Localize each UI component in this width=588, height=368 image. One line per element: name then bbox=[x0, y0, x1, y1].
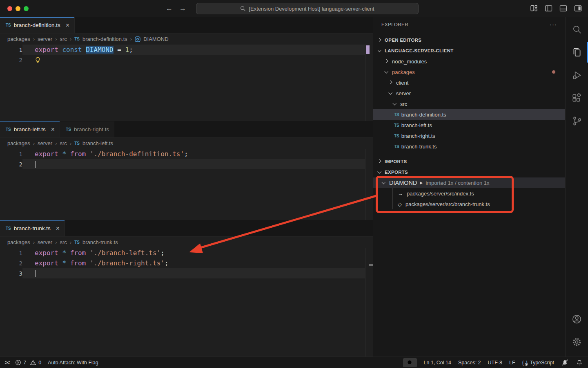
minimize-window-button[interactable] bbox=[16, 6, 20, 11]
tab-label: branch-left.ts bbox=[14, 126, 46, 132]
explorer-activity-button[interactable] bbox=[566, 41, 588, 64]
breadcrumb-item[interactable]: src bbox=[60, 140, 67, 146]
code-editor[interactable]: 1 export * from './branch-left.ts'; 2 ex… bbox=[0, 248, 373, 278]
chevron-right-icon: › bbox=[70, 36, 71, 42]
tab-branch-trunk[interactable]: TS branch-trunk.ts × bbox=[0, 220, 65, 236]
language-label: TypeScript bbox=[530, 360, 554, 366]
breadcrumb-item[interactable]: src bbox=[60, 239, 67, 245]
zoom-button[interactable] bbox=[403, 358, 417, 367]
eol-status[interactable]: LF bbox=[509, 360, 515, 366]
token: from bbox=[70, 249, 90, 257]
breadcrumb-item[interactable]: src bbox=[60, 36, 67, 42]
tree-item-branch-trunk[interactable]: TS branch-trunk.ts bbox=[373, 141, 565, 152]
more-actions-icon[interactable]: ··· bbox=[550, 22, 557, 27]
chevron-down-icon bbox=[381, 180, 387, 186]
code-line[interactable]: 2 export * from './branch-right.ts'; bbox=[0, 258, 373, 268]
chevron-down-icon bbox=[392, 101, 398, 107]
back-button[interactable]: ← bbox=[166, 4, 173, 13]
breadcrumb-file[interactable]: branch-trunk.ts bbox=[82, 239, 118, 245]
imports-section[interactable]: IMPORTS bbox=[373, 156, 565, 167]
status-bar: >< 7 0 Auto Attach: With Flag Ln 1, Col … bbox=[0, 357, 588, 368]
code-line[interactable]: 3 bbox=[0, 268, 373, 278]
source-control-activity-button[interactable] bbox=[566, 110, 588, 132]
cursor-position-status[interactable]: Ln 1, Col 14 bbox=[424, 360, 451, 366]
exports-section[interactable]: EXPORTS bbox=[373, 167, 565, 177]
indentation-status[interactable]: Spaces: 2 bbox=[458, 360, 481, 366]
line-number[interactable]: 2 bbox=[0, 260, 22, 267]
gear-icon bbox=[571, 337, 582, 348]
breadcrumb-file[interactable]: branch-left.ts bbox=[82, 140, 113, 146]
line-number[interactable]: 1 bbox=[0, 250, 22, 256]
forward-button[interactable]: → bbox=[179, 4, 186, 13]
breadcrumb-item[interactable]: packages bbox=[7, 239, 30, 245]
tree-item-server[interactable]: server bbox=[373, 88, 565, 99]
token: export bbox=[35, 46, 62, 54]
tree-item-branch-right[interactable]: TS branch-right.ts bbox=[373, 130, 565, 141]
line-number[interactable]: 2 bbox=[0, 161, 22, 168]
export-ref-index[interactable]: → packages/server/src/index.ts bbox=[373, 188, 565, 199]
code-line[interactable]: 1 export * from './branch-definition.ts'… bbox=[0, 149, 373, 159]
toggle-secondary-sidebar-icon[interactable] bbox=[574, 4, 582, 13]
overview-ruler bbox=[365, 248, 365, 357]
code-line[interactable]: 1 export const DIAMOND = 1; bbox=[0, 45, 373, 55]
line-number[interactable]: 1 bbox=[0, 151, 22, 157]
close-icon[interactable]: × bbox=[66, 22, 69, 29]
diamond-icon: ◇ bbox=[398, 201, 402, 207]
command-center-search[interactable]: [Extension Development Host] language-se… bbox=[196, 3, 419, 14]
line-number[interactable]: 1 bbox=[0, 47, 22, 53]
language-mode-status[interactable]: { } TypeScript bbox=[522, 360, 554, 366]
tab-branch-right[interactable]: TS branch-right.ts bbox=[60, 121, 114, 137]
open-editors-section[interactable]: OPEN EDITORS bbox=[373, 35, 565, 45]
tree-item-node-modules[interactable]: node_modules bbox=[373, 56, 565, 67]
line-number[interactable]: 3 bbox=[0, 270, 22, 277]
export-item-diamond[interactable]: DIAMOND ▶ imported 1x / contention 1x bbox=[373, 177, 565, 188]
tab-branch-left[interactable]: TS branch-left.ts × bbox=[0, 121, 60, 137]
breadcrumb-item[interactable]: server bbox=[38, 239, 52, 245]
account-button[interactable] bbox=[566, 307, 588, 330]
breadcrumb: packages › server › src › TS branch-left… bbox=[0, 138, 373, 149]
chevron-right-icon: › bbox=[33, 36, 35, 42]
code-line[interactable]: 2 bbox=[0, 159, 373, 169]
breadcrumb-item[interactable]: server bbox=[38, 140, 52, 146]
line-number[interactable]: 2 bbox=[0, 57, 22, 63]
breadcrumb-file[interactable]: branch-definition.ts bbox=[82, 36, 127, 42]
tree-item-src[interactable]: src bbox=[373, 99, 565, 109]
extensions-activity-button[interactable] bbox=[566, 87, 588, 110]
auto-attach-status[interactable]: Auto Attach: With Flag bbox=[48, 360, 98, 366]
code-line[interactable]: 2 bbox=[0, 55, 373, 65]
tree-item-client[interactable]: client bbox=[373, 77, 565, 88]
customize-layout-icon[interactable] bbox=[530, 4, 538, 13]
maximize-window-button[interactable] bbox=[24, 6, 29, 11]
breadcrumb-symbol[interactable]: DIAMOND bbox=[143, 36, 168, 42]
breadcrumb-item[interactable]: packages bbox=[7, 140, 30, 146]
export-ref-branch-trunk[interactable]: ◇ packages/server/src/branch-trunk.ts bbox=[373, 199, 565, 209]
problems-status[interactable]: 7 0 bbox=[15, 359, 41, 366]
tree-item-branch-left[interactable]: TS branch-left.ts bbox=[373, 120, 565, 130]
toggle-primary-sidebar-icon[interactable] bbox=[544, 4, 553, 13]
breadcrumb-item[interactable]: packages bbox=[7, 36, 30, 42]
code-editor[interactable]: 1 export * from './branch-definition.ts'… bbox=[0, 149, 373, 169]
toggle-panel-icon[interactable] bbox=[559, 4, 568, 13]
close-window-button[interactable] bbox=[7, 6, 12, 11]
project-section[interactable]: LANGUAGE-SERVER-CLIENT bbox=[373, 45, 565, 56]
code-editor[interactable]: 1 export const DIAMOND = 1; 2 bbox=[0, 45, 373, 65]
tab-branch-definition[interactable]: TS branch-definition.ts × bbox=[0, 17, 75, 33]
search-activity-button[interactable] bbox=[566, 18, 588, 41]
notifications-muted-button[interactable] bbox=[561, 359, 569, 366]
run-debug-activity-button[interactable] bbox=[566, 64, 588, 87]
encoding-status[interactable]: UTF-8 bbox=[488, 360, 502, 366]
remote-indicator-icon[interactable]: >< bbox=[4, 359, 9, 366]
tree-item-packages[interactable]: packages bbox=[373, 67, 565, 77]
token: './branch-right.ts' bbox=[90, 259, 165, 267]
code-line[interactable]: 1 export * from './branch-left.ts'; bbox=[0, 248, 373, 258]
typescript-file-icon: TS bbox=[394, 112, 399, 117]
notifications-button[interactable] bbox=[576, 359, 583, 366]
breadcrumb-item[interactable]: server bbox=[38, 36, 52, 42]
close-icon[interactable]: × bbox=[51, 126, 55, 133]
tree-item-branch-definition[interactable]: TS branch-definition.ts bbox=[373, 109, 565, 120]
search-icon bbox=[240, 6, 246, 11]
close-icon[interactable]: × bbox=[56, 225, 60, 232]
lightbulb-icon[interactable] bbox=[35, 57, 41, 63]
overview-ruler-mark bbox=[366, 45, 370, 54]
settings-button[interactable] bbox=[566, 330, 588, 353]
